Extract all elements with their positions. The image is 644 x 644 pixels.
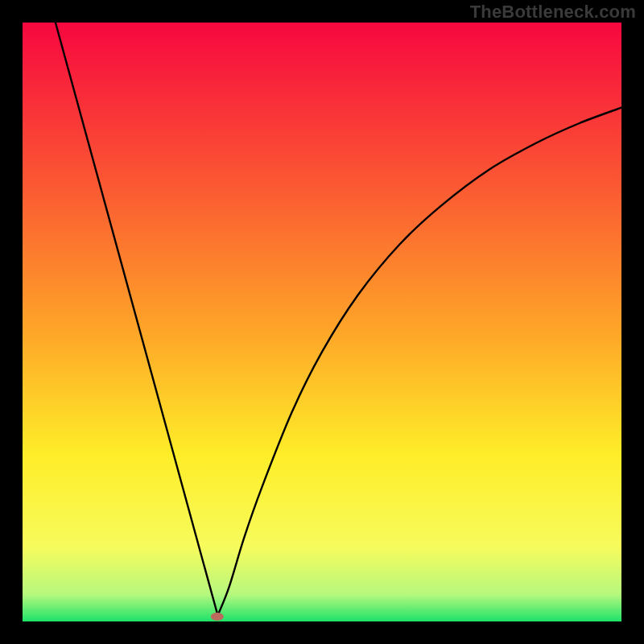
watermark-text: TheBottleneck.com (470, 2, 636, 23)
chart-svg (23, 23, 621, 621)
chart-frame: TheBottleneck.com (0, 0, 644, 644)
plot-area (23, 23, 621, 621)
minimum-marker (211, 613, 224, 621)
gradient-background (23, 23, 621, 621)
